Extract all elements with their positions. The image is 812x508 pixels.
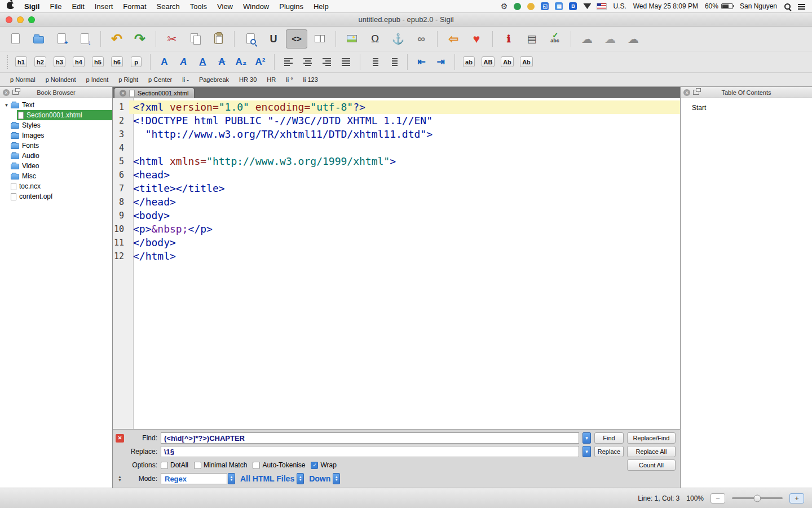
code-line-9[interactable]: 9<body> bbox=[113, 209, 680, 222]
apple-menu[interactable] bbox=[7, 2, 14, 11]
split-view-button[interactable] bbox=[309, 29, 330, 49]
code-line-10[interactable]: 10<p>&nbsp;</p> bbox=[113, 222, 680, 236]
replace-button[interactable]: Replace bbox=[594, 446, 624, 457]
find-replace-button[interactable] bbox=[240, 29, 261, 49]
blue-app-icon[interactable]: ◱ bbox=[541, 2, 549, 10]
shield-icon[interactable] bbox=[527, 3, 535, 10]
numbered-list-button[interactable] bbox=[385, 54, 402, 70]
disclosure-triangle[interactable]: ▼ bbox=[3, 103, 10, 108]
heading-5-button[interactable]: h5 bbox=[89, 54, 107, 70]
tree-item-text[interactable]: ▼Text bbox=[0, 100, 112, 110]
go-back-button[interactable]: ⇦ bbox=[443, 29, 464, 49]
align-right-button[interactable] bbox=[318, 54, 336, 70]
checkbox-auto-tokenise[interactable] bbox=[253, 462, 260, 469]
new-file-button[interactable] bbox=[5, 29, 26, 49]
zoom-in-button[interactable]: + bbox=[789, 493, 804, 503]
clipboard-history-button[interactable]: ☁ bbox=[623, 29, 644, 49]
style-button-10-li-123[interactable]: li 123 bbox=[299, 75, 323, 84]
close-tab-icon[interactable] bbox=[120, 90, 126, 97]
checkbox-wrap[interactable]: ✓ bbox=[311, 462, 318, 469]
style-button-0-p-normal[interactable]: p Normal bbox=[6, 75, 40, 84]
zoom-out-button[interactable]: − bbox=[710, 493, 725, 503]
style-button-4-p-center[interactable]: p Center bbox=[144, 75, 176, 84]
direction-select[interactable]: Down bbox=[307, 474, 332, 483]
lowercase-button[interactable]: ab bbox=[460, 54, 478, 70]
spellcheck-button[interactable]: abc bbox=[544, 29, 566, 49]
menu-window[interactable]: Window bbox=[243, 2, 269, 11]
style-button-6-pagebreak[interactable]: Pagebreak bbox=[195, 75, 233, 84]
heading-3-button[interactable]: h3 bbox=[51, 54, 68, 70]
checkbox-minimal-match[interactable] bbox=[194, 462, 201, 469]
toolbar-drag-handle[interactable] bbox=[7, 55, 8, 69]
indent-button[interactable]: ⇥ bbox=[432, 54, 449, 70]
battery-status[interactable]: 60% bbox=[705, 2, 733, 10]
save-button[interactable]: ↓ bbox=[74, 29, 95, 49]
special-character-button[interactable]: Ω bbox=[364, 29, 386, 49]
tree-item-images[interactable]: Images bbox=[0, 130, 112, 141]
code-line-1[interactable]: 1<?xml version="1.0" encoding="utf-8"?> bbox=[113, 100, 680, 114]
input-source-label[interactable]: U.S. bbox=[613, 2, 626, 10]
close-window-button[interactable] bbox=[6, 16, 12, 23]
b-app-icon[interactable]: B bbox=[569, 2, 577, 10]
close-find-replace-icon[interactable] bbox=[116, 434, 124, 443]
clip-editor-button[interactable]: ☁ bbox=[599, 29, 621, 49]
tree-item-fonts[interactable]: Fonts bbox=[0, 141, 112, 151]
align-left-button[interactable] bbox=[280, 54, 297, 70]
direction-stepper-icon[interactable] bbox=[333, 473, 340, 484]
float-book-browser-icon[interactable] bbox=[12, 90, 19, 95]
menu-insert[interactable]: Insert bbox=[95, 2, 113, 11]
menu-edit[interactable]: Edit bbox=[72, 2, 84, 11]
option-auto-tokenise[interactable]: Auto-Tokenise bbox=[253, 461, 305, 469]
italic-button[interactable]: A bbox=[175, 54, 192, 70]
metadata-editor-button[interactable]: ℹ bbox=[498, 29, 519, 49]
strikethrough-button[interactable]: A bbox=[213, 54, 231, 70]
uppercase-button[interactable]: AB bbox=[479, 54, 497, 70]
float-toc-icon[interactable] bbox=[693, 90, 699, 95]
tree-item-section0001-xhtml[interactable]: Section0001.xhtml bbox=[0, 110, 112, 120]
align-justify-button[interactable] bbox=[337, 54, 355, 70]
close-book-browser-icon[interactable] bbox=[3, 89, 10, 96]
gear-icon[interactable]: ⚙ bbox=[501, 2, 508, 10]
keyboard-flag-icon[interactable] bbox=[597, 3, 606, 9]
zoom-window-button[interactable] bbox=[28, 16, 35, 23]
menu-format[interactable]: Format bbox=[123, 2, 146, 11]
scope-stepper-icon[interactable] bbox=[297, 473, 304, 484]
menu-clock[interactable]: Wed May 25 8:09 PM bbox=[633, 2, 698, 10]
tree-item-video[interactable]: Video bbox=[0, 161, 112, 171]
copy-button[interactable] bbox=[184, 29, 206, 49]
insert-anchor-button[interactable]: ⚓ bbox=[387, 29, 409, 49]
tree-item-styles[interactable]: Styles bbox=[0, 120, 112, 130]
option-wrap[interactable]: ✓Wrap bbox=[311, 461, 336, 469]
close-toc-icon[interactable] bbox=[683, 89, 690, 96]
menu-help[interactable]: Help bbox=[314, 2, 329, 11]
align-center-button[interactable] bbox=[299, 54, 316, 70]
replace-find-button[interactable]: Replace/Find bbox=[627, 432, 676, 444]
code-line-11[interactable]: 11</body> bbox=[113, 236, 680, 249]
zoom-slider[interactable] bbox=[732, 497, 783, 499]
code-editor[interactable]: 1<?xml version="1.0" encoding="utf-8"?>2… bbox=[113, 98, 680, 429]
option-minimal-match[interactable]: Minimal Match bbox=[194, 461, 247, 469]
heading-4-button[interactable]: h4 bbox=[70, 54, 87, 70]
paste-button[interactable] bbox=[208, 29, 229, 49]
donate-button[interactable]: ♥ bbox=[466, 29, 487, 49]
menu-plugins[interactable]: Plugins bbox=[279, 2, 303, 11]
style-button-9-li[interactable]: li ° bbox=[281, 75, 297, 84]
find-button[interactable]: Find bbox=[594, 432, 624, 444]
user-menu[interactable]: San Nguyen bbox=[740, 2, 777, 10]
menu-tools[interactable]: Tools bbox=[190, 2, 207, 11]
find-history-dropdown-icon[interactable] bbox=[582, 432, 591, 444]
option-dotall[interactable]: DotAll bbox=[161, 461, 188, 469]
replace-all-button[interactable]: Replace All bbox=[627, 446, 676, 457]
toc-item-start[interactable]: Start bbox=[692, 103, 801, 113]
heading-2-button[interactable]: h2 bbox=[32, 54, 49, 70]
cut-button[interactable]: ✂ bbox=[161, 29, 183, 49]
style-button-8-hr[interactable]: HR bbox=[262, 75, 280, 84]
count-all-button[interactable]: Count All bbox=[627, 459, 676, 471]
notification-center-icon[interactable] bbox=[798, 3, 805, 10]
subscript-button[interactable]: A₂ bbox=[232, 54, 250, 70]
outdent-button[interactable]: ⇤ bbox=[413, 54, 430, 70]
style-button-7-hr-30[interactable]: HR 30 bbox=[235, 75, 261, 84]
replace-input[interactable]: \1§ bbox=[161, 446, 579, 457]
mode-select[interactable]: Regex bbox=[161, 473, 227, 484]
code-line-4[interactable]: 4 bbox=[113, 141, 680, 155]
